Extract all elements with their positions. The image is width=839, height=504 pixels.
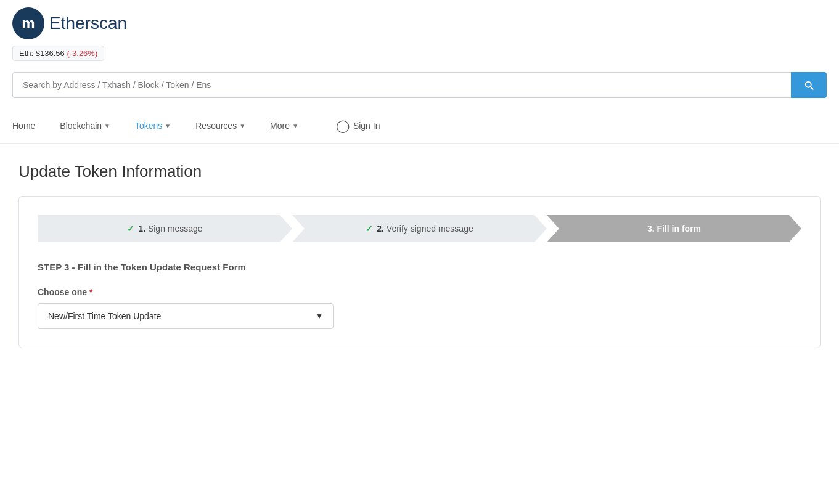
nav-item-tokens[interactable]: Tokens ▼ [123,115,183,137]
choose-field: Choose one * New/First Time Token Update… [38,287,801,329]
logo-icon: m [12,7,44,39]
checkmark-icon-2: ✓ [366,224,373,234]
steps-row: ✓ 1. Sign message ✓ 2. Verify signed mes… [38,215,801,242]
checkmark-icon-1: ✓ [127,224,134,234]
signin-label: Sign In [353,121,380,131]
search-icon [803,79,814,91]
nav-item-more[interactable]: More ▼ [258,115,311,137]
dropdown-arrow-icon: ▼ [316,312,323,320]
token-update-select[interactable]: New/First Time Token Update ▼ [38,303,334,329]
price-value: $136.56 [36,49,65,58]
price-change: (-3.26%) [67,49,97,58]
logo-text: Etherscan [49,14,127,33]
step-1-label: Sign message [148,224,203,234]
header: m Etherscan Eth: $136.56 (-3.26%) [0,0,839,108]
nav-label-tokens: Tokens [135,121,162,131]
signin-button[interactable]: ◯ Sign In [324,112,393,139]
nav-item-resources[interactable]: Resources ▼ [183,115,258,137]
search-row [12,72,827,98]
price-label: Eth: [19,49,33,58]
page-content: Update Token Information ✓ 1. Sign messa… [0,144,839,367]
step-3-number: 3. [647,224,655,234]
main-nav: Home Blockchain ▼ Tokens ▼ Resources ▼ M… [0,108,839,144]
nav-label-home: Home [12,121,35,131]
price-bar: Eth: $136.56 (-3.26%) [12,46,104,61]
required-asterisk: * [89,287,92,297]
chevron-down-icon: ▼ [292,123,298,129]
step-2-label: Verify signed message [387,224,473,234]
account-icon: ◯ [336,118,350,133]
search-input[interactable] [12,72,791,98]
select-value: New/First Time Token Update [48,311,161,321]
step-2-number: 2. [377,224,384,234]
nav-item-home[interactable]: Home [0,115,47,137]
step-heading: STEP 3 - Fill in the Token Update Reques… [38,262,801,272]
step-1-number: 1. [138,224,145,234]
nav-label-more: More [270,121,290,131]
chevron-down-icon: ▼ [239,123,245,129]
chevron-down-icon: ▼ [165,123,171,129]
step-3-label: Fill in form [657,224,702,234]
nav-label-blockchain: Blockchain [60,121,102,131]
search-button[interactable] [791,72,827,98]
choose-label: Choose one * [38,287,801,297]
step-2: ✓ 2. Verify signed message [292,215,547,242]
step-1: ✓ 1. Sign message [38,215,292,242]
nav-divider [317,118,317,133]
step-3: 3. Fill in form [547,215,801,242]
logo-row: m Etherscan [12,7,827,39]
page-title: Update Token Information [18,162,821,181]
main-card: ✓ 1. Sign message ✓ 2. Verify signed mes… [18,196,821,348]
logo-letter: m [22,15,35,32]
nav-item-blockchain[interactable]: Blockchain ▼ [47,115,123,137]
nav-label-resources: Resources [195,121,237,131]
chevron-down-icon: ▼ [104,123,110,129]
